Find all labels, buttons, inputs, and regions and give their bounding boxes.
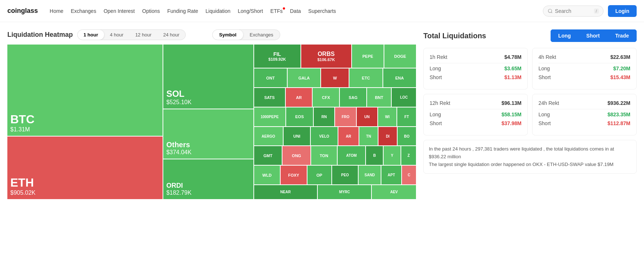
heatmap-cell-gala[interactable]: GALA xyxy=(288,68,320,87)
heatmap-cell-1000pepe[interactable]: 1000PEPE xyxy=(254,107,285,126)
heatmap-cell-near[interactable]: NEAR xyxy=(254,185,317,199)
y-symbol: Y xyxy=(391,153,394,158)
heatmap-cell-aev[interactable]: AEV xyxy=(372,185,416,199)
stat-1h-long-label: Long xyxy=(430,66,441,71)
heatmap-cell-fro[interactable]: FRO xyxy=(335,107,356,126)
nav-options[interactable]: Options xyxy=(142,8,160,14)
heatmap-cell-cfx[interactable]: CFX xyxy=(313,88,339,107)
etfs-label: ETFs xyxy=(270,8,282,14)
view-symbol[interactable]: Symbol xyxy=(213,30,243,40)
stat-12h-label: 12h Rekt xyxy=(430,100,450,106)
heatmap-cell-bnt[interactable]: BNT xyxy=(367,88,391,107)
heatmap-cell-others[interactable]: Others $374.04K xyxy=(163,109,253,159)
heatmap-cell-sagi[interactable]: SAG xyxy=(340,88,366,107)
heatmap-cell-etc[interactable]: ETC xyxy=(349,68,382,87)
heatmap-cell-wi[interactable]: WI xyxy=(378,107,397,126)
nav-funding-rate[interactable]: Funding Rate xyxy=(167,8,198,14)
heatmap-cell-btc[interactable]: BTC $1.31M xyxy=(7,45,163,136)
heatmap-cell-z[interactable]: Z xyxy=(401,146,416,165)
heatmap-cell-ordi[interactable]: ORDI $182.79K xyxy=(163,159,253,199)
search-slash: / xyxy=(594,8,599,14)
heatmap-cell-sol[interactable]: SOL $525.10K xyxy=(163,45,253,109)
heatmap-cell-bo[interactable]: BO xyxy=(398,127,416,146)
nav-data[interactable]: Data xyxy=(290,8,301,14)
cfx-symbol: CFX xyxy=(322,95,330,100)
heatmap-cell-tn[interactable]: TN xyxy=(359,127,378,146)
heatmap-cell-ton[interactable]: TON xyxy=(311,146,337,165)
login-button[interactable]: Login xyxy=(608,5,637,17)
heatmap-cell-sats[interactable]: SATS xyxy=(254,88,285,107)
nav-supercharts[interactable]: Supercharts xyxy=(308,8,336,14)
navbar: coinglass Home Exchanges Open Interest O… xyxy=(0,0,644,22)
op-symbol: OP xyxy=(316,173,322,177)
eos-symbol: EOS xyxy=(295,114,304,119)
heatmap-cell-orbs[interactable]: ORBS $106.67K xyxy=(301,45,351,68)
heatmap-col-right: FIL $109.92K ORBS $106.67K PEPE DOGE xyxy=(254,45,416,199)
ong-symbol: ONG xyxy=(292,153,301,158)
heatmap-header: Liquidation Heatmap 1 hour 4 hour 12 hou… xyxy=(7,29,416,40)
logo[interactable]: coinglass xyxy=(7,7,38,15)
heatmap-cell-wld[interactable]: WLD xyxy=(254,166,280,184)
heatmap-cell-velo[interactable]: VELO xyxy=(311,127,338,146)
search-box[interactable]: / xyxy=(543,6,604,17)
heatmap-cell-fil[interactable]: FIL $109.92K xyxy=(254,45,300,68)
heatmap-cell-apt[interactable]: APT xyxy=(381,166,401,184)
heatmap-cell-ont[interactable]: ONT xyxy=(254,68,287,87)
heatmap-cell-di[interactable]: DI xyxy=(378,127,397,146)
svg-line-1 xyxy=(551,12,552,13)
nav-links: Home Exchanges Open Interest Options Fun… xyxy=(50,8,336,14)
search-input[interactable] xyxy=(555,8,592,14)
heatmap-cell-ena[interactable]: ENA xyxy=(383,68,416,87)
heatmap-cell-w[interactable]: W xyxy=(321,68,349,87)
heatmap-cell-ong[interactable]: ONG xyxy=(282,146,310,165)
short-button[interactable]: Short xyxy=(579,29,608,42)
heatmap-cell-ar[interactable]: AR xyxy=(286,88,312,107)
right-title: Total Liquidations xyxy=(423,32,551,40)
time-12h[interactable]: 12 hour xyxy=(129,30,157,40)
fil-value: $109.92K xyxy=(268,57,286,61)
heatmap-cell-atom[interactable]: ATOM xyxy=(338,146,366,165)
heatmap-cell-un[interactable]: UN xyxy=(357,107,377,126)
time-filters: 1 hour 4 hour 12 hour 24 hour xyxy=(77,29,186,40)
right-header: Total Liquidations Long Short Trade xyxy=(423,29,637,42)
nav-long-short[interactable]: Long/Short xyxy=(238,8,263,14)
nav-home[interactable]: Home xyxy=(50,8,63,14)
heatmap-cell-b[interactable]: B xyxy=(366,146,383,165)
view-exchanges[interactable]: Exchanges xyxy=(243,30,280,40)
heatmap-cell-myrc[interactable]: MYRC xyxy=(318,185,371,199)
time-1h[interactable]: 1 hour xyxy=(78,30,104,40)
heatmap-cell-ar2[interactable]: AR xyxy=(338,127,359,146)
nav-etfs[interactable]: ETFs xyxy=(270,8,282,14)
heatmap-cell-doge[interactable]: DOGE xyxy=(384,45,416,68)
sagi-symbol: SAG xyxy=(349,95,357,100)
nav-liquidation[interactable]: Liquidation xyxy=(206,8,231,14)
nav-exchanges[interactable]: Exchanges xyxy=(71,8,96,14)
heatmap-cell-op[interactable]: OP xyxy=(307,166,331,184)
heatmap-cell-ft[interactable]: FT xyxy=(397,107,416,126)
heatmap-cell-aergo[interactable]: AERGO xyxy=(254,127,283,146)
trade-button[interactable]: Trade xyxy=(608,29,637,42)
stat-24h-short-value: $112.87M xyxy=(608,120,630,126)
heatmap-cell-rn[interactable]: RN xyxy=(314,107,334,126)
heatmap-cell-y[interactable]: Y xyxy=(384,146,401,165)
heatmap-cell-peo[interactable]: PEO xyxy=(332,166,358,184)
time-4h[interactable]: 4 hour xyxy=(104,30,129,40)
stat-12h-short-label: Short xyxy=(430,120,442,126)
heatmap-cell-sand[interactable]: SAND xyxy=(359,166,381,184)
heatmap-cell-foxy[interactable]: FOXY xyxy=(281,166,307,184)
heatmap-cell-uni[interactable]: UNI xyxy=(284,127,310,146)
heatmap-cell-pepe[interactable]: PEPE xyxy=(352,45,384,68)
long-button[interactable]: Long xyxy=(551,29,579,42)
nav-open-interest[interactable]: Open Interest xyxy=(104,8,135,14)
time-24h[interactable]: 24 hour xyxy=(157,30,185,40)
heatmap-row5: AERGO UNI VELO AR TN DI xyxy=(254,127,416,146)
heatmap-cell-eos[interactable]: EOS xyxy=(286,107,313,126)
heatmap-cell-c[interactable]: C xyxy=(402,166,416,184)
heatmap-title: Liquidation Heatmap xyxy=(7,31,73,39)
heatmap-cell-loc[interactable]: LOC xyxy=(392,88,416,107)
stat-1h: 1h Rekt $4.78M Long $3.65M Short $1.13M xyxy=(423,48,528,89)
rn-symbol: RN xyxy=(321,115,327,119)
heatmap-cell-eth[interactable]: ETH $905.02K xyxy=(7,137,163,199)
heatmap-cell-gmt[interactable]: GMT xyxy=(254,146,282,165)
bnt-symbol: BNT xyxy=(375,95,383,100)
